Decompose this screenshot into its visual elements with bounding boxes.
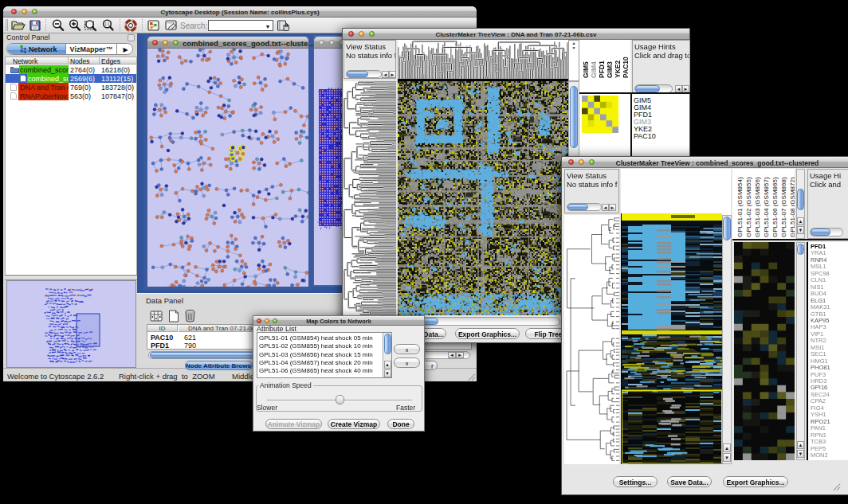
svg-text:1:1: 1:1 xyxy=(104,22,110,26)
